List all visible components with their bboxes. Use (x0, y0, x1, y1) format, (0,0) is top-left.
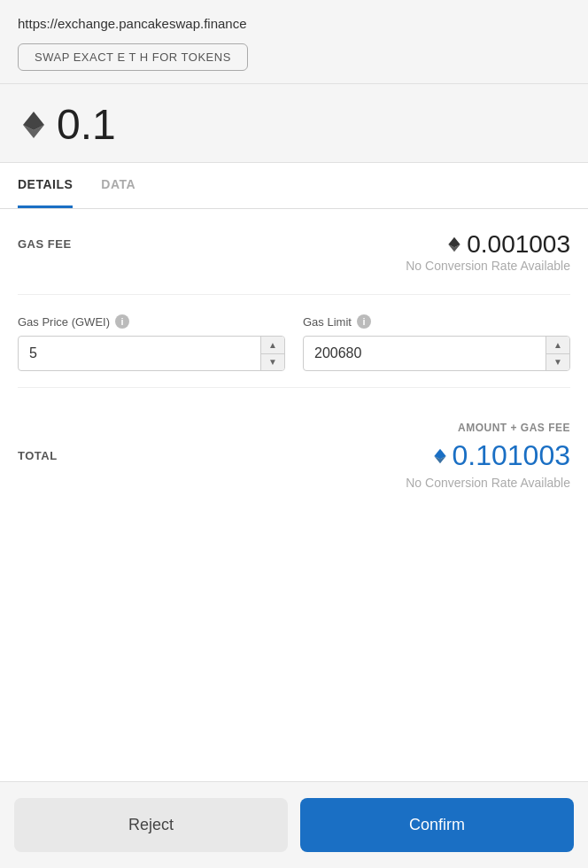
gas-limit-info-icon[interactable]: i (357, 314, 371, 329)
reject-button[interactable]: Reject (14, 798, 288, 852)
tab-data[interactable]: DATA (101, 163, 135, 208)
header: https://exchange.pancakeswap.finance SWA… (0, 0, 588, 84)
footer: Reject Confirm (0, 781, 588, 868)
gas-price-up-button[interactable]: ▲ (261, 337, 284, 354)
total-conversion: No Conversion Rate Available (18, 476, 570, 490)
gas-fee-value: 0.001003 (467, 230, 570, 259)
gas-limit-label: Gas Limit i (303, 314, 570, 329)
gas-limit-spinner: ▲ ▼ (545, 337, 569, 370)
gas-price-info-icon[interactable]: i (115, 314, 129, 329)
total-value: 0.101003 (453, 439, 570, 472)
gas-price-input-wrapper: ▲ ▼ (18, 336, 285, 371)
confirm-button[interactable]: Confirm (300, 798, 574, 852)
tab-details[interactable]: DETAILS (18, 163, 73, 208)
total-section: AMOUNT + GAS FEE TOTAL 0.101003 No Conve… (18, 422, 570, 490)
gas-inputs-row: Gas Price (GWEI) i ▲ ▼ Gas Limit i ▲ ▼ (18, 314, 570, 371)
main-content: GAS FEE 0.001003 No Conversion Rate Avai… (0, 209, 588, 781)
total-row: TOTAL 0.101003 (18, 439, 570, 472)
gas-limit-group: Gas Limit i ▲ ▼ (303, 314, 570, 371)
gas-fee-label: GAS FEE (18, 237, 72, 251)
total-label: TOTAL (18, 449, 58, 462)
gas-price-spinner: ▲ ▼ (260, 337, 284, 370)
gas-fee-right: 0.001003 No Conversion Rate Available (406, 230, 570, 273)
divider-1 (18, 294, 570, 295)
gas-price-down-button[interactable]: ▼ (261, 354, 284, 371)
gas-price-group: Gas Price (GWEI) i ▲ ▼ (18, 314, 285, 371)
gas-fee-amount-display: 0.001003 (445, 230, 570, 259)
gas-limit-up-button[interactable]: ▲ (546, 337, 569, 354)
tabs-bar: DETAILS DATA (0, 163, 588, 209)
eth-icon-large (18, 109, 50, 141)
gas-limit-down-button[interactable]: ▼ (546, 354, 569, 371)
gas-fee-section: GAS FEE 0.001003 No Conversion Rate Avai… (18, 230, 570, 273)
gas-price-label: Gas Price (GWEI) i (18, 314, 285, 329)
transaction-badge: SWAP EXACT E T H FOR TOKENS (18, 43, 248, 71)
amount-section: 0.1 (0, 84, 588, 163)
divider-2 (18, 387, 570, 388)
gas-limit-input-wrapper: ▲ ▼ (303, 336, 570, 371)
url-display: https://exchange.pancakeswap.finance (18, 16, 570, 31)
eth-icon-total (431, 447, 449, 465)
amount-gas-label: AMOUNT + GAS FEE (18, 422, 570, 434)
gas-fee-conversion: No Conversion Rate Available (406, 259, 570, 273)
send-amount: 0.1 (57, 104, 116, 146)
gas-limit-input[interactable] (304, 337, 545, 370)
gas-price-input[interactable] (19, 337, 260, 370)
eth-icon-gas (445, 236, 463, 253)
total-amount-display: 0.101003 (431, 439, 570, 472)
